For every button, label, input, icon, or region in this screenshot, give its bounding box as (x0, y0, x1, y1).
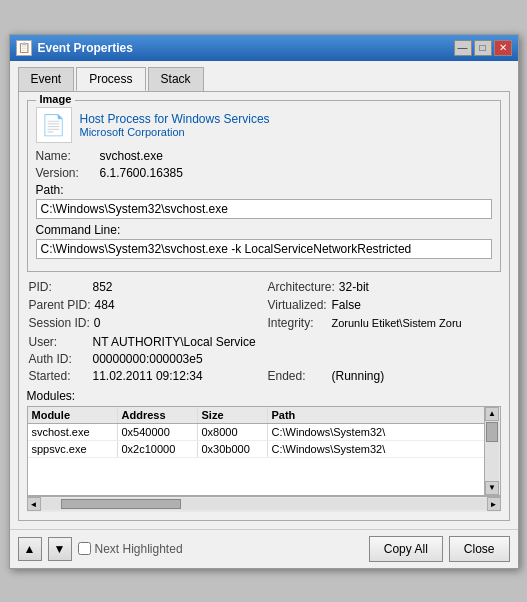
row2-size: 0x30b000 (198, 441, 268, 457)
copy-all-button[interactable]: Copy All (369, 536, 443, 562)
tab-process-content: Image 📄 Host Process for Windows Service… (18, 91, 510, 521)
auth-id-value: 00000000:000003e5 (93, 352, 203, 366)
next-highlighted-label: Next Highlighted (78, 542, 183, 556)
modules-section: Modules: Module Address Size Path svchos… (27, 389, 501, 512)
scroll-down-button[interactable]: ▼ (485, 481, 499, 495)
tab-bar: Event Process Stack (18, 67, 510, 91)
virtualized-label: Virtualized: (268, 298, 328, 312)
started-ended-grid: Started: 11.02.2011 09:12:34 Ended: (Run… (29, 369, 499, 385)
integrity-row: Integrity: Zorunlu Etiket\Sistem Zoru (268, 316, 499, 330)
arch-row: Architecture: 32-bit (268, 280, 499, 294)
hscroll-thumb[interactable] (61, 499, 181, 509)
process-grid: PID: 852 Architecture: 32-bit Parent PID… (29, 280, 499, 332)
path-input[interactable] (36, 199, 492, 219)
arch-label: Architecture: (268, 280, 335, 294)
cmdline-box: Command Line: (36, 223, 492, 259)
auth-id-row: Auth ID: 00000000:000003e5 (29, 352, 499, 366)
table-header: Module Address Size Path (28, 407, 500, 424)
vertical-scrollbar[interactable]: ▲ ▼ (484, 407, 500, 495)
ended-value: (Running) (332, 369, 385, 383)
table-row[interactable]: svchost.exe 0x540000 0x8000 C:\Windows\S… (28, 424, 500, 441)
close-window-button[interactable]: ✕ (494, 40, 512, 56)
maximize-button[interactable]: □ (474, 40, 492, 56)
window-icon: 📋 (16, 40, 32, 56)
table-row[interactable]: sppsvc.exe 0x2c10000 0x30b000 C:\Windows… (28, 441, 500, 458)
user-value: NT AUTHORITY\Local Service (93, 335, 256, 349)
cmdline-input[interactable] (36, 239, 492, 259)
started-value: 11.02.2011 09:12:34 (93, 369, 203, 383)
col-header-module: Module (28, 407, 118, 423)
virtualized-row: Virtualized: False (268, 298, 499, 312)
path-label: Path: (36, 183, 492, 197)
tab-process[interactable]: Process (76, 67, 145, 91)
modules-label: Modules: (27, 389, 501, 403)
name-row: Name: svchost.exe (36, 149, 492, 163)
navigate-up-button[interactable]: ▲ (18, 537, 42, 561)
bottom-bar: ▲ ▼ Next Highlighted Copy All Close (10, 529, 518, 568)
row2-module: sppsvc.exe (28, 441, 118, 457)
path-box: Path: (36, 183, 492, 219)
parent-pid-value: 484 (95, 298, 115, 312)
next-highlighted-text: Next Highlighted (95, 542, 183, 556)
minimize-button[interactable]: — (454, 40, 472, 56)
scroll-up-button[interactable]: ▲ (485, 407, 499, 421)
row1-module: svchost.exe (28, 424, 118, 440)
close-button[interactable]: Close (449, 536, 510, 562)
next-highlighted-checkbox[interactable] (78, 542, 91, 555)
event-properties-window: 📋 Event Properties — □ ✕ Event Process S… (9, 34, 519, 569)
row1-address: 0x540000 (118, 424, 198, 440)
integrity-label: Integrity: (268, 316, 328, 330)
row2-address: 0x2c10000 (118, 441, 198, 457)
session-id-label: Session ID: (29, 316, 90, 330)
company-name: Microsoft Corporation (80, 126, 270, 138)
hscroll-track (41, 498, 487, 510)
version-row: Version: 6.1.7600.16385 (36, 166, 492, 180)
cmdline-label: Command Line: (36, 223, 492, 237)
started-row: Started: 11.02.2011 09:12:34 (29, 369, 260, 383)
hscroll-right-button[interactable]: ► (487, 497, 501, 511)
user-row: User: NT AUTHORITY\Local Service (29, 335, 499, 349)
row2-path: C:\Windows\System32\ (268, 441, 500, 457)
image-group-label: Image (36, 93, 76, 105)
pid-row: PID: 852 (29, 280, 260, 294)
scroll-track (485, 421, 499, 481)
navigate-down-button[interactable]: ▼ (48, 537, 72, 561)
col-header-size: Size (198, 407, 268, 423)
hscroll-left-button[interactable]: ◄ (27, 497, 41, 511)
version-value: 6.1.7600.16385 (100, 166, 183, 180)
content-area: Event Process Stack Image 📄 Host Process… (10, 61, 518, 529)
col-header-address: Address (118, 407, 198, 423)
titlebar-left: 📋 Event Properties (16, 40, 133, 56)
row1-path: C:\Windows\System32\ (268, 424, 500, 440)
tab-event[interactable]: Event (18, 67, 75, 91)
user-label: User: (29, 335, 89, 349)
parent-pid-row: Parent PID: 484 (29, 298, 260, 312)
pid-label: PID: (29, 280, 89, 294)
auth-id-label: Auth ID: (29, 352, 89, 366)
ended-label: Ended: (268, 369, 328, 383)
row1-size: 0x8000 (198, 424, 268, 440)
modules-table: Module Address Size Path svchost.exe 0x5… (27, 406, 501, 496)
horizontal-scrollbar[interactable]: ◄ ► (27, 496, 501, 512)
app-name-highlight: Windows Services (172, 112, 270, 126)
session-id-value: 0 (94, 316, 101, 330)
session-id-row: Session ID: 0 (29, 316, 260, 330)
window-title: Event Properties (38, 41, 133, 55)
tab-stack[interactable]: Stack (148, 67, 204, 91)
image-info: Host Process for Windows Services Micros… (80, 112, 270, 138)
name-label: Name: (36, 149, 96, 163)
started-label: Started: (29, 369, 89, 383)
app-name-prefix: Host Process for (80, 112, 172, 126)
integrity-value: Zorunlu Etiket\Sistem Zoru (332, 317, 462, 329)
app-icon: 📄 (36, 107, 72, 143)
titlebar: 📋 Event Properties — □ ✕ (10, 35, 518, 61)
scroll-thumb[interactable] (486, 422, 498, 442)
process-info-section: PID: 852 Architecture: 32-bit Parent PID… (27, 280, 501, 385)
ended-row: Ended: (Running) (268, 369, 499, 383)
virtualized-value: False (332, 298, 361, 312)
col-header-path: Path (268, 407, 500, 423)
titlebar-controls: — □ ✕ (454, 40, 512, 56)
arch-value: 32-bit (339, 280, 369, 294)
parent-pid-label: Parent PID: (29, 298, 91, 312)
app-title: Host Process for Windows Services (80, 112, 270, 126)
